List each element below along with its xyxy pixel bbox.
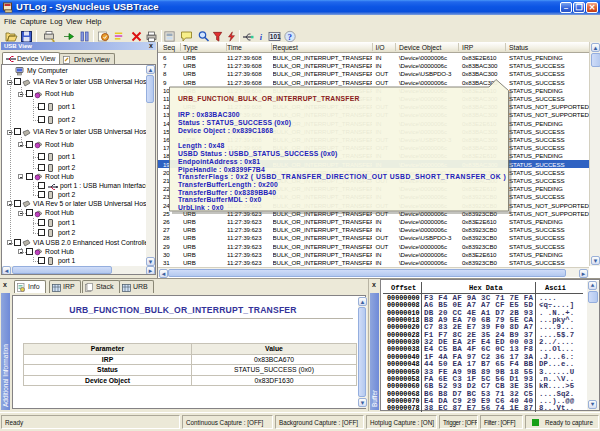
svg-text:i: i xyxy=(260,33,263,42)
svg-text:101: 101 xyxy=(270,33,281,40)
svg-text:?: ? xyxy=(288,32,293,42)
